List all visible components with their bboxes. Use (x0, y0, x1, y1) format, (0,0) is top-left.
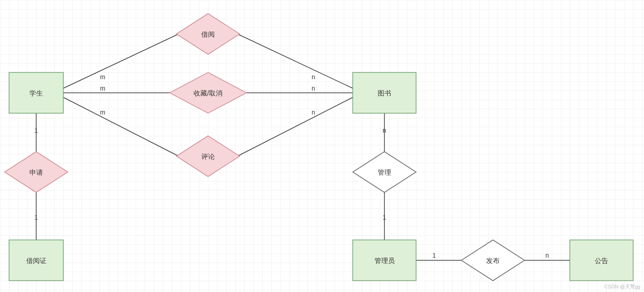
edge-student-comment (63, 97, 179, 156)
card-manage-admin: 1 (383, 214, 386, 221)
entity-notice-label: 公告 (595, 257, 608, 264)
card-book-comment: n (312, 109, 315, 116)
card-book-favorite: n (312, 85, 315, 92)
entity-admin-label: 管理员 (374, 257, 395, 264)
card-student-comment: m (100, 109, 105, 116)
card-publish-notice: n (545, 252, 549, 259)
card-student-apply: 1 (34, 127, 38, 134)
relation-apply-label: 申请 (29, 168, 43, 176)
relation-comment-label: 评论 (201, 153, 215, 160)
card-book-manage: n (383, 127, 386, 134)
relation-favorite-label: 收藏/取消 (194, 89, 223, 97)
relation-borrow-label: 借阅 (201, 30, 215, 38)
watermark: CSDN @天莺gg (604, 283, 640, 290)
edge-student-borrow (63, 34, 179, 88)
card-book-borrow: n (312, 73, 315, 81)
relation-publish-label: 发布 (486, 257, 500, 264)
er-diagram-canvas: 学生 图书 借阅证 管理员 公告 借阅 收藏/取消 评论 申请 管理 发布 m … (0, 0, 644, 292)
card-student-favorite: m (100, 85, 105, 92)
edge-comment-book (237, 97, 353, 156)
entity-book-label: 图书 (378, 89, 391, 97)
card-admin-publish: 1 (432, 252, 436, 259)
entity-card-label: 借阅证 (26, 257, 47, 264)
entity-student-label: 学生 (29, 89, 43, 97)
edge-borrow-book (237, 34, 353, 88)
relation-manage-label: 管理 (378, 168, 391, 176)
card-student-borrow: m (100, 73, 105, 81)
card-apply-card: 1 (34, 214, 38, 221)
